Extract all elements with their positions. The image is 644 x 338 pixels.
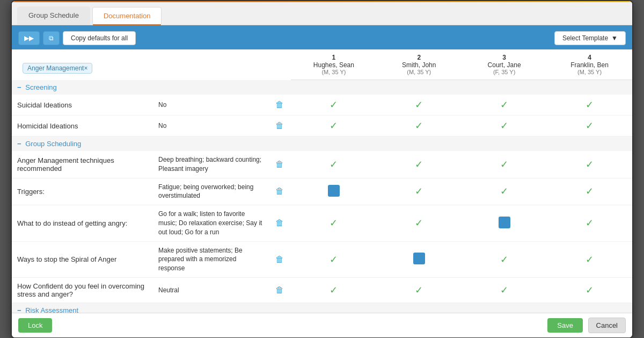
- bottom-bar: Lock Save Cancel: [12, 313, 632, 337]
- cancel-button[interactable]: Cancel: [588, 318, 626, 333]
- check-mark: ✓: [330, 254, 338, 265]
- patient-check-cell[interactable]: ✓: [291, 95, 376, 116]
- section-header-risk-assessment: − Risk Assessment: [12, 303, 632, 313]
- section-collapse-icon[interactable]: −: [17, 306, 21, 313]
- patient-check-cell[interactable]: ✓: [376, 205, 462, 241]
- delete-cell: 🗑: [268, 95, 291, 116]
- select-template-button[interactable]: Select Template ▼: [554, 31, 626, 45]
- check-mark: ✓: [330, 120, 338, 131]
- copy-icon-button[interactable]: ⧉: [43, 31, 60, 45]
- patient-check-cell[interactable]: ✓: [376, 95, 462, 116]
- field-value: Fatigue; being overworked; being oversti…: [153, 178, 268, 205]
- field-value-text: Deep breathing; backward counting; Pleas…: [158, 156, 261, 172]
- patient-check-cell[interactable]: ✓: [547, 277, 632, 303]
- patient-header-3: 3 Court, Jane (F, 35 Y): [462, 49, 547, 80]
- field-value: Neutral: [153, 277, 268, 303]
- patient-header-2: 2 Smith, John (M, 35 Y): [376, 49, 462, 80]
- lock-button[interactable]: Lock: [18, 318, 52, 333]
- patient-check-cell[interactable]: ✓: [462, 241, 547, 277]
- tab-group-schedule[interactable]: Group Schedule: [17, 6, 90, 25]
- delete-icon[interactable]: 🗑: [275, 160, 284, 169]
- patient-check-cell[interactable]: ✓: [376, 151, 462, 178]
- toolbar-left: ▶▶ ⧉ Copy defaults for all: [18, 31, 136, 45]
- check-mark: ✓: [415, 99, 423, 110]
- check-mark: ✓: [500, 99, 508, 110]
- save-button[interactable]: Save: [547, 318, 583, 333]
- table-area: Anger Management× 1 Hughes, Sean (M, 35 …: [12, 49, 632, 313]
- patient-check-cell[interactable]: ✓: [291, 116, 376, 136]
- patient-check-cell[interactable]: [376, 241, 462, 277]
- delete-icon[interactable]: 🗑: [275, 285, 284, 294]
- patient-check-cell[interactable]: ✓: [462, 116, 547, 136]
- check-mark: ✓: [586, 285, 594, 296]
- section-header-screening: − Screening: [12, 80, 632, 95]
- check-mark: ✓: [586, 99, 594, 110]
- check-mark: ✓: [500, 120, 508, 131]
- field-value: No: [153, 95, 268, 116]
- patient-check-cell[interactable]: ✓: [547, 95, 632, 116]
- section-title-group-scheduling[interactable]: Group Scheduling: [25, 140, 81, 148]
- check-mark: ✓: [415, 285, 423, 296]
- field-value-text: Go for a walk; listen to favorite music;…: [158, 210, 262, 236]
- delete-icon[interactable]: 🗑: [275, 186, 284, 196]
- patient-check-cell[interactable]: ✓: [291, 241, 376, 277]
- patient-check-cell[interactable]: ✓: [547, 116, 632, 136]
- patient-check-cell[interactable]: ✓: [291, 205, 376, 241]
- patient-check-cell[interactable]: ✓: [376, 178, 462, 205]
- table-row: Suicidal IdeationsNo🗑✓✓✓✓: [12, 95, 632, 116]
- patient-check-cell[interactable]: [462, 205, 547, 241]
- patient-check-cell[interactable]: ✓: [462, 95, 547, 116]
- section-title-risk-assessment[interactable]: Risk Assessment: [25, 306, 78, 313]
- patient-check-cell[interactable]: [291, 178, 376, 205]
- check-mark: ✓: [330, 218, 338, 228]
- patient-check-cell[interactable]: ✓: [547, 151, 632, 178]
- field-label: Suicidal Ideations: [12, 95, 153, 116]
- delete-icon[interactable]: 🗑: [275, 255, 284, 264]
- blue-checkbox[interactable]: [328, 185, 340, 197]
- check-mark: ✓: [586, 120, 594, 131]
- anger-management-tag[interactable]: Anger Management×: [23, 63, 92, 74]
- patient-check-cell[interactable]: ✓: [547, 241, 632, 277]
- blue-checkbox[interactable]: [413, 253, 425, 264]
- section-collapse-icon[interactable]: −: [17, 140, 21, 148]
- check-mark: ✓: [415, 120, 423, 131]
- delete-cell: 🗑: [268, 178, 291, 205]
- delete-cell: 🗑: [268, 151, 291, 178]
- patient-check-cell[interactable]: ✓: [462, 277, 547, 303]
- check-mark: ✓: [415, 159, 423, 170]
- delete-icon[interactable]: 🗑: [275, 100, 284, 109]
- delete-cell: 🗑: [268, 241, 291, 277]
- delete-icon[interactable]: 🗑: [275, 121, 284, 130]
- patient-check-cell[interactable]: ✓: [291, 151, 376, 178]
- check-mark: ✓: [330, 285, 338, 296]
- toolbar-right: Select Template ▼: [554, 31, 626, 45]
- table-row: Triggers:Fatigue; being overworked; bein…: [12, 178, 632, 205]
- patient-check-cell[interactable]: ✓: [291, 277, 376, 303]
- chevron-down-icon: ▼: [611, 34, 618, 42]
- check-mark: ✓: [500, 159, 508, 170]
- field-value-text: Neutral: [158, 286, 179, 294]
- check-mark: ✓: [586, 218, 594, 228]
- patient-check-cell[interactable]: ✓: [376, 116, 462, 136]
- patient-check-cell[interactable]: ✓: [547, 205, 632, 241]
- delete-cell: 🗑: [268, 205, 291, 241]
- patient-check-cell[interactable]: ✓: [462, 151, 547, 178]
- section-title-screening[interactable]: Screening: [25, 83, 57, 91]
- section-header-group-scheduling: − Group Scheduling: [12, 136, 632, 152]
- patient-header-4: 4 Franklin, Ben (M, 35 Y): [547, 49, 632, 80]
- tabs-bar: Group Schedule Documentation: [12, 2, 632, 25]
- forward-button[interactable]: ▶▶: [18, 31, 40, 45]
- delete-icon[interactable]: 🗑: [275, 218, 284, 227]
- patient-header-1: 1 Hughes, Sean (M, 35 Y): [291, 49, 376, 80]
- delete-cell: 🗑: [268, 277, 291, 303]
- patient-check-cell[interactable]: ✓: [462, 178, 547, 205]
- section-collapse-icon[interactable]: −: [17, 83, 21, 91]
- copy-defaults-button[interactable]: Copy defaults for all: [63, 31, 136, 45]
- patient-check-cell[interactable]: ✓: [547, 178, 632, 205]
- check-mark: ✓: [415, 186, 423, 197]
- patient-check-cell[interactable]: ✓: [376, 277, 462, 303]
- table-header-row: Anger Management× 1 Hughes, Sean (M, 35 …: [12, 49, 632, 80]
- field-label: How Confident do you feel in overcoming …: [12, 277, 153, 303]
- blue-checkbox[interactable]: [499, 217, 510, 228]
- tab-documentation[interactable]: Documentation: [92, 7, 162, 25]
